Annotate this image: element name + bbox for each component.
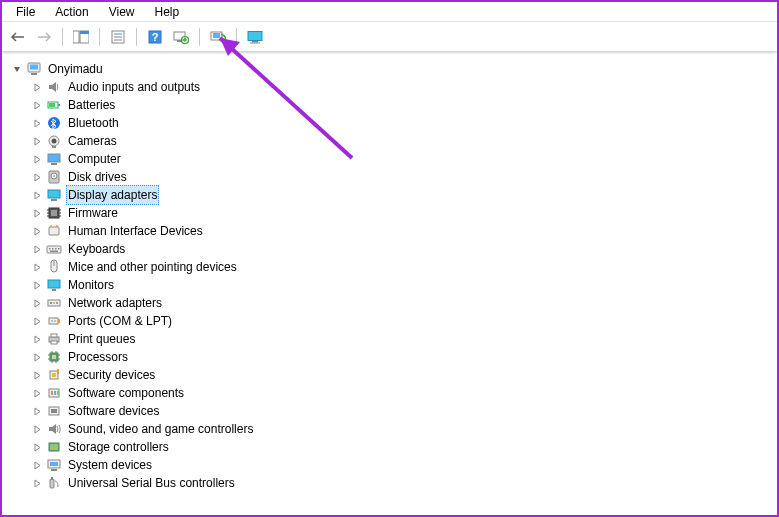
tree-item[interactable]: Processors bbox=[8, 348, 773, 366]
computer-root-icon bbox=[26, 61, 42, 77]
caret-right-icon[interactable] bbox=[30, 206, 44, 220]
caret-right-icon[interactable] bbox=[30, 278, 44, 292]
menu-view[interactable]: View bbox=[99, 3, 145, 21]
caret-right-icon[interactable] bbox=[30, 404, 44, 418]
caret-right-icon[interactable] bbox=[30, 458, 44, 472]
tree-item[interactable]: Universal Serial Bus controllers bbox=[8, 474, 773, 492]
tree-item-label: Storage controllers bbox=[66, 438, 171, 456]
caret-right-icon[interactable] bbox=[30, 440, 44, 454]
caret-right-icon[interactable] bbox=[30, 476, 44, 490]
monitor-icon bbox=[247, 30, 263, 44]
tree-root-row[interactable]: Onyimadu bbox=[8, 60, 773, 78]
caret-right-icon[interactable] bbox=[30, 152, 44, 166]
caret-right-icon[interactable] bbox=[30, 170, 44, 184]
toolbar-separator bbox=[199, 28, 200, 46]
tree-item[interactable]: Computer bbox=[8, 150, 773, 168]
battery-icon bbox=[46, 97, 62, 113]
tree-item-label: Computer bbox=[66, 150, 123, 168]
menu-file[interactable]: File bbox=[6, 3, 45, 21]
caret-right-icon[interactable] bbox=[30, 422, 44, 436]
monitor-icon bbox=[46, 277, 62, 293]
usb-icon bbox=[46, 475, 62, 491]
network-icon bbox=[46, 295, 62, 311]
tree-item[interactable]: Human Interface Devices bbox=[8, 222, 773, 240]
svg-rect-16 bbox=[250, 42, 260, 43]
tree-item-label: Audio inputs and outputs bbox=[66, 78, 202, 96]
show-hide-tree-icon bbox=[73, 30, 89, 44]
device-tree[interactable]: Onyimadu Audio inputs and outputsBatteri… bbox=[8, 60, 773, 492]
toolbar-show-hide-tree-button[interactable] bbox=[69, 25, 93, 49]
tree-item-label: Sound, video and game controllers bbox=[66, 420, 255, 438]
tree-item-label: Software devices bbox=[66, 402, 161, 420]
tree-item[interactable]: Batteries bbox=[8, 96, 773, 114]
menu-action[interactable]: Action bbox=[45, 3, 98, 21]
tree-item[interactable]: Software components bbox=[8, 384, 773, 402]
caret-right-icon[interactable] bbox=[30, 80, 44, 94]
tree-item-label: Batteries bbox=[66, 96, 117, 114]
toolbar-help-button[interactable]: ? bbox=[143, 25, 167, 49]
tree-item[interactable]: Monitors bbox=[8, 276, 773, 294]
tree-item[interactable]: Network adapters bbox=[8, 294, 773, 312]
swdev-icon bbox=[46, 403, 62, 419]
caret-right-icon[interactable] bbox=[30, 224, 44, 238]
tree-item-label: Cameras bbox=[66, 132, 119, 150]
toolbar-update-driver-button[interactable] bbox=[206, 25, 230, 49]
tree-item[interactable]: System devices bbox=[8, 456, 773, 474]
bluetooth-icon bbox=[46, 115, 62, 131]
tree-item[interactable]: Disk drives bbox=[8, 168, 773, 186]
tree-item[interactable]: Bluetooth bbox=[8, 114, 773, 132]
printer-icon bbox=[46, 331, 62, 347]
caret-right-icon[interactable] bbox=[30, 260, 44, 274]
caret-right-icon[interactable] bbox=[30, 332, 44, 346]
caret-right-icon[interactable] bbox=[30, 134, 44, 148]
toolbar-back-button[interactable] bbox=[6, 25, 30, 49]
tree-item[interactable]: Audio inputs and outputs bbox=[8, 78, 773, 96]
tree-item[interactable]: Mice and other pointing devices bbox=[8, 258, 773, 276]
scan-hardware-icon bbox=[173, 30, 189, 44]
device-tree-panel: Onyimadu Audio inputs and outputsBatteri… bbox=[2, 52, 777, 515]
tree-item-label: Human Interface Devices bbox=[66, 222, 205, 240]
tree-item[interactable]: Sound, video and game controllers bbox=[8, 420, 773, 438]
speaker-icon bbox=[46, 79, 62, 95]
tree-item-label: Firmware bbox=[66, 204, 120, 222]
caret-right-icon[interactable] bbox=[30, 188, 44, 202]
caret-right-icon[interactable] bbox=[30, 368, 44, 382]
svg-rect-0 bbox=[73, 31, 79, 43]
caret-right-icon[interactable] bbox=[30, 314, 44, 328]
caret-right-icon[interactable] bbox=[30, 242, 44, 256]
caret-down-icon[interactable] bbox=[10, 62, 24, 76]
tree-item-label: Processors bbox=[66, 348, 130, 366]
swcomp-icon bbox=[46, 385, 62, 401]
toolbar: ? bbox=[2, 22, 777, 52]
tree-item[interactable]: Keyboards bbox=[8, 240, 773, 258]
caret-right-icon[interactable] bbox=[30, 386, 44, 400]
sound-icon bbox=[46, 421, 62, 437]
tree-item-label: Software components bbox=[66, 384, 186, 402]
security-icon bbox=[46, 367, 62, 383]
caret-right-icon[interactable] bbox=[30, 296, 44, 310]
svg-rect-2 bbox=[80, 31, 89, 34]
tree-item[interactable]: Display adapters bbox=[8, 186, 773, 204]
update-driver-icon bbox=[210, 30, 226, 44]
menu-help[interactable]: Help bbox=[145, 3, 190, 21]
toolbar-scan-hardware-button[interactable] bbox=[169, 25, 193, 49]
toolbar-monitor-button[interactable] bbox=[243, 25, 267, 49]
tree-item[interactable]: Software devices bbox=[8, 402, 773, 420]
toolbar-properties-button[interactable] bbox=[106, 25, 130, 49]
caret-right-icon[interactable] bbox=[30, 116, 44, 130]
toolbar-forward-button[interactable] bbox=[32, 25, 56, 49]
svg-rect-15 bbox=[252, 41, 258, 43]
tree-item[interactable]: Storage controllers bbox=[8, 438, 773, 456]
tree-item[interactable]: Cameras bbox=[8, 132, 773, 150]
tree-item-label: Keyboards bbox=[66, 240, 127, 258]
system-icon bbox=[46, 457, 62, 473]
tree-item[interactable]: Print queues bbox=[8, 330, 773, 348]
tree-item-label: Print queues bbox=[66, 330, 137, 348]
tree-item[interactable]: Ports (COM & LPT) bbox=[8, 312, 773, 330]
tree-root-label: Onyimadu bbox=[46, 60, 105, 78]
tree-item[interactable]: Security devices bbox=[8, 366, 773, 384]
caret-right-icon[interactable] bbox=[30, 98, 44, 112]
tree-item[interactable]: Firmware bbox=[8, 204, 773, 222]
caret-right-icon[interactable] bbox=[30, 350, 44, 364]
tree-item-label: Bluetooth bbox=[66, 114, 121, 132]
